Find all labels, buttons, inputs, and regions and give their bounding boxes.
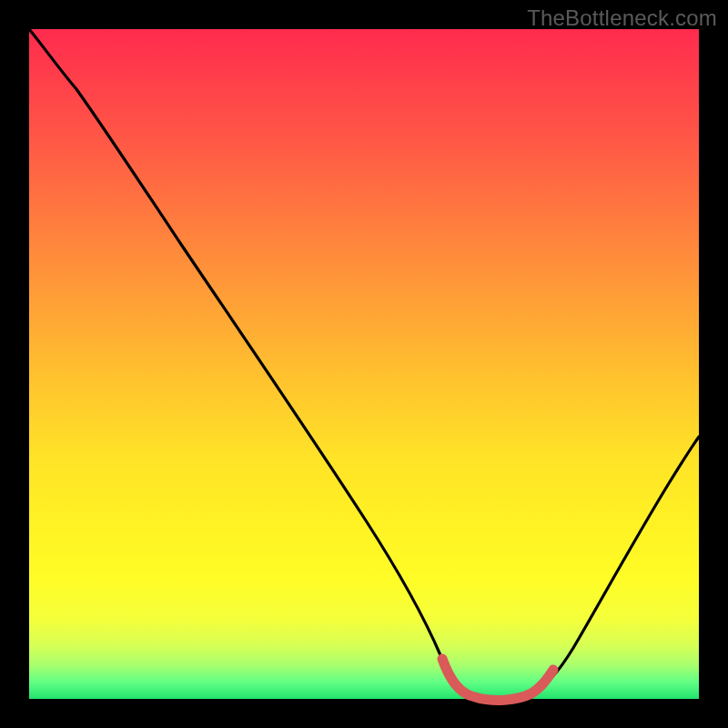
- curve-svg: [29, 29, 699, 699]
- gradient-plot-area: [29, 29, 699, 699]
- bottleneck-curve-line: [29, 29, 699, 700]
- optimal-range-highlight: [442, 659, 553, 700]
- chart-frame: TheBottleneck.com: [0, 0, 728, 728]
- watermark-text: TheBottleneck.com: [527, 5, 717, 31]
